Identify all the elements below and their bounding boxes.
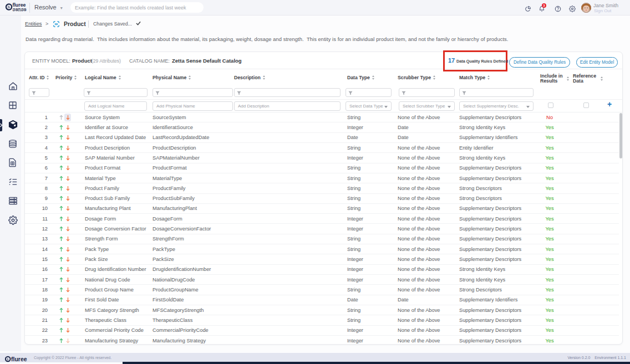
svg-text:sense: sense bbox=[13, 7, 27, 12]
svg-text:fluree: fluree bbox=[11, 356, 27, 362]
